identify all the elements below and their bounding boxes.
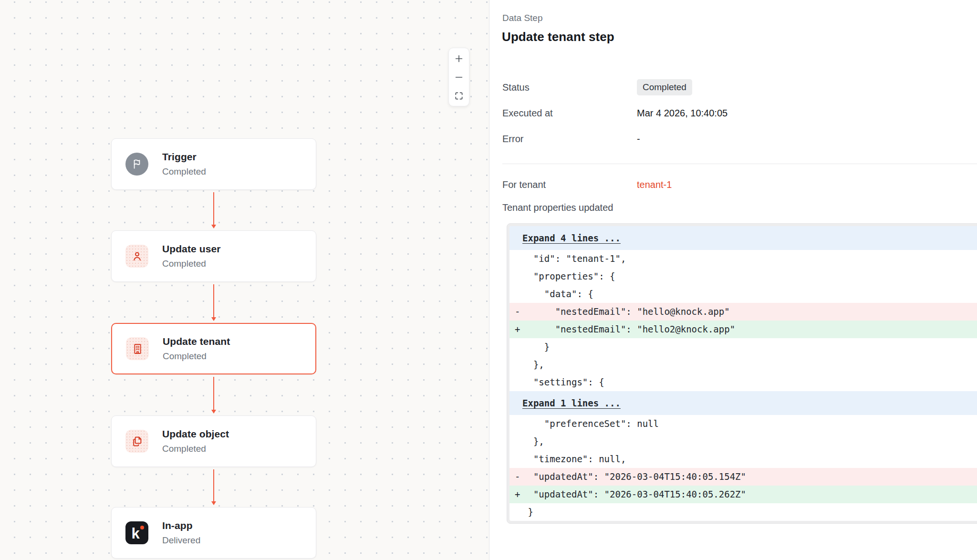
diff-context-line: "timezone": null, (509, 450, 977, 468)
for-tenant-row: For tenant tenant-1 (502, 176, 977, 194)
flag-icon (125, 153, 148, 176)
fit-view-button[interactable] (449, 86, 469, 105)
diff-line-text: "preferenceSet": null (522, 418, 659, 429)
zoom-in-button[interactable] (449, 49, 469, 68)
building-icon (126, 337, 149, 360)
removed-marker: - (515, 303, 520, 321)
step-fields: StatusCompletedExecuted atMar 4 2026, 10… (502, 78, 977, 156)
diff-content: Expand 4 lines ... "id": "tenant-1", "pr… (509, 226, 977, 521)
diff-line-text: Expand 4 lines ... (522, 233, 621, 243)
diff-context-line: "settings": { (509, 373, 977, 391)
field-value: Mar 4 2026, 10:40:05 (637, 108, 728, 119)
diff-line-text: Expand 1 lines ... (522, 398, 621, 408)
diff-section-title: Tenant properties updated (502, 202, 613, 213)
field-label: Error (502, 134, 637, 145)
diff-line-text: } (522, 342, 550, 352)
workflow-node-update-tenant[interactable]: Update tenantCompleted (111, 323, 316, 374)
diff-line-text: "properties": { (522, 271, 615, 281)
user-icon (125, 245, 148, 268)
node-title: Update object (162, 428, 229, 440)
diff-context-line: "properties": { (509, 268, 977, 285)
diff-context-line: } (509, 503, 977, 521)
diff-removed-line: - "updatedAt": "2026-03-04T15:40:05.154Z… (509, 468, 977, 486)
zoom-in-icon (454, 53, 464, 64)
step-detail-panel: Data Step Update tenant step StatusCompl… (490, 0, 977, 560)
diff-line-text: }, (522, 436, 544, 446)
tenant-link[interactable]: tenant-1 (637, 179, 672, 190)
diff-line-text: "updatedAt": "2026-03-04T15:40:05.154Z" (522, 471, 746, 482)
workflow-node-update-object[interactable]: Update objectCompleted (111, 415, 316, 467)
diff-context-line: } (509, 338, 977, 356)
diff-line-text: "nestedEmail": "hello2@knock.app" (522, 324, 735, 334)
diff-expand-link[interactable]: Expand 4 lines ... (509, 226, 977, 250)
node-title: In-app (162, 520, 200, 531)
removed-marker: - (515, 468, 520, 486)
zoom-out-icon (454, 72, 464, 83)
section-divider (502, 164, 977, 164)
diff-added-line: + "nestedEmail": "hello2@knock.app" (509, 321, 977, 338)
diff-line-text: "id": "tenant-1", (522, 253, 626, 264)
field-row-executed-at: Executed atMar 4 2026, 10:40:05 (502, 104, 977, 122)
step-kicker: Data Step (502, 13, 543, 23)
diff-added-line: + "updatedAt": "2026-03-04T15:40:05.262Z… (509, 486, 977, 503)
object-icon (125, 430, 148, 453)
field-label: Status (502, 82, 637, 93)
for-tenant-label: For tenant (502, 179, 637, 190)
node-status: Completed (162, 166, 206, 177)
field-row-status: StatusCompleted (502, 78, 977, 96)
node-title: Update user (162, 243, 220, 255)
diff-line-text: "settings": { (522, 377, 604, 387)
node-status: Completed (162, 259, 220, 269)
added-marker: + (515, 321, 520, 338)
node-status: Delivered (162, 535, 200, 546)
diff-line-text: "timezone": null, (522, 454, 626, 464)
workflow-node-update-user[interactable]: Update userCompleted (111, 230, 316, 282)
workflow-node-in-app[interactable]: kIn-appDelivered (111, 507, 316, 559)
node-title: Trigger (162, 151, 206, 163)
diff-context-line: }, (509, 356, 977, 373)
diff-context-line: "data": { (509, 285, 977, 303)
zoom-out-button[interactable] (449, 68, 469, 86)
added-marker: + (515, 486, 520, 503)
diff-line-text: "nestedEmail": "hello@knock.app" (522, 306, 730, 317)
diff-line-text: } (522, 507, 533, 517)
workflow-node-trigger[interactable]: TriggerCompleted (111, 138, 316, 190)
canvas-zoom-toolbar (448, 48, 469, 106)
node-status: Completed (163, 351, 230, 362)
field-label: Executed at (502, 108, 637, 119)
step-title: Update tenant step (502, 30, 614, 44)
fit-view-icon (454, 91, 464, 101)
node-title: Update tenant (163, 336, 230, 347)
status-badge: Completed (637, 79, 692, 95)
diff-expand-link[interactable]: Expand 1 lines ... (509, 391, 977, 415)
diff-context-line: }, (509, 433, 977, 450)
diff-line-text: "updatedAt": "2026-03-04T15:40:05.262Z" (522, 489, 746, 499)
diff-context-line: "preferenceSet": null (509, 415, 977, 433)
field-value: - (637, 134, 640, 145)
node-status: Completed (162, 444, 229, 454)
workflow-canvas[interactable]: TriggerCompletedUpdate userCompletedUpda… (0, 0, 489, 560)
diff-removed-line: - "nestedEmail": "hello@knock.app" (509, 303, 977, 321)
tenant-diff-viewer[interactable]: Expand 4 lines ... "id": "tenant-1", "pr… (507, 223, 977, 524)
diff-line-text: }, (522, 359, 544, 370)
diff-context-line: "id": "tenant-1", (509, 250, 977, 268)
knock-icon: k (125, 521, 148, 544)
field-row-error: Error- (502, 130, 977, 148)
diff-line-text: "data": { (522, 289, 593, 299)
